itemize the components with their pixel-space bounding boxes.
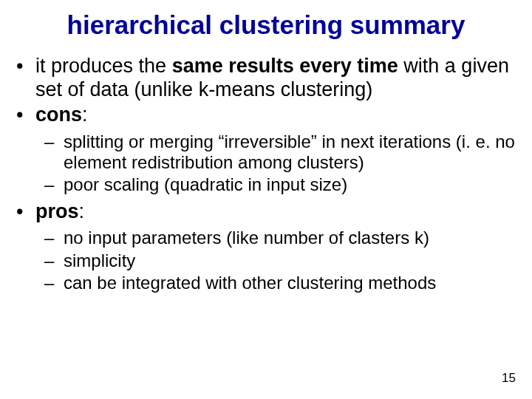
- list-item: poor scaling (quadratic in input size): [0, 174, 532, 195]
- list-item: splitting or merging “irreversible” in n…: [0, 132, 532, 174]
- pros-label: pros: [35, 200, 79, 222]
- slide-title: hierarchical clustering summary: [0, 0, 532, 46]
- colon: :: [82, 103, 88, 126]
- text-bold: same results every time: [172, 55, 398, 77]
- text: it produces the: [35, 55, 172, 77]
- list-item: simplicity: [0, 250, 532, 271]
- slide: hierarchical clustering summary it produ…: [0, 0, 532, 399]
- page-number: 15: [502, 371, 516, 386]
- bullet-item-cons: cons:: [0, 103, 532, 127]
- bullet-item-pros: pros:: [0, 200, 532, 224]
- cons-label: cons: [35, 103, 82, 126]
- list-item: can be integrated with other clustering …: [0, 273, 532, 293]
- pros-sublist: no input parameters (like number of clas…: [0, 228, 532, 293]
- colon: :: [79, 200, 85, 222]
- bullet-item-1: it produces the same results every time …: [0, 55, 532, 102]
- bullet-list: it produces the same results every time …: [0, 46, 532, 293]
- list-item: no input parameters (like number of clas…: [0, 228, 532, 248]
- cons-sublist: splitting or merging “irreversible” in n…: [0, 132, 532, 196]
